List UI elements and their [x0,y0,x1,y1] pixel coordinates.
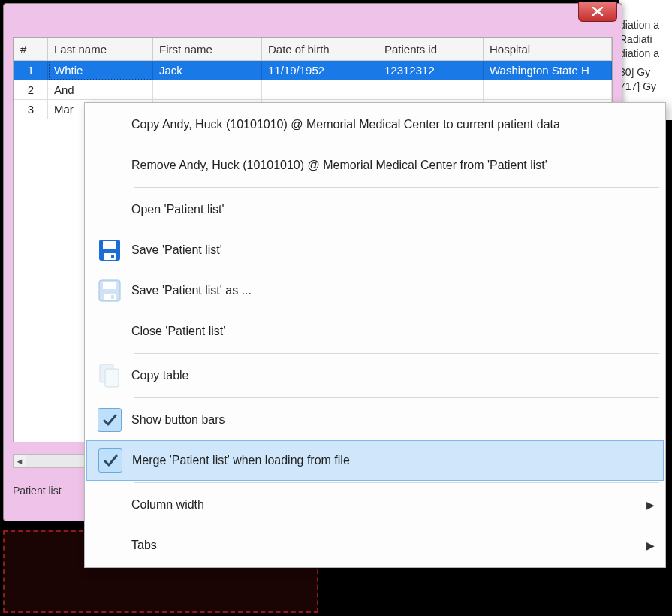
col-header-pid[interactable]: Patients id [378,38,484,61]
svg-rect-9 [105,369,119,387]
table-row[interactable]: 1 Whtie Jack 11/19/1952 12312312 Washing… [14,61,612,80]
cell-pid: 12312312 [378,61,484,80]
close-icon [592,5,604,18]
col-header-first[interactable]: First name [153,38,262,61]
ctx-label: Remove Andy, Huck (10101010) @ Memorial … [131,159,655,172]
checked-icon [88,400,131,440]
ctx-copy-to-current[interactable]: Copy Andy, Huck (10101010) @ Memorial Me… [85,104,665,145]
cell-dob: 11/19/1952 [262,61,378,80]
save-icon [88,230,131,270]
ctx-label: Copy table [131,369,655,382]
col-header-hospital[interactable]: Hospital [484,38,612,61]
bg-text: 717] Gy [619,80,672,94]
col-header-dob[interactable]: Date of birth [262,38,378,61]
table-header-row: # Last name First name Date of birth Pat… [14,38,612,61]
cell-first [153,80,262,100]
scroll-left-icon[interactable]: ◄ [13,454,26,468]
cell-dob [262,80,378,100]
ctx-column-width[interactable]: Column width ▶ [85,485,665,525]
ctx-tabs[interactable]: Tabs ▶ [85,525,665,566]
bg-text: Radiati [619,32,672,47]
ctx-label: Open 'Patient list' [131,203,655,216]
icon-slot [88,145,131,186]
icon-slot [88,104,131,145]
tab-patient-list[interactable]: Patient list [13,485,62,497]
ctx-merge-on-load[interactable]: Merge 'Patient list' when loading from f… [86,440,664,481]
cell-last: And [48,80,153,100]
ctx-separator [134,397,659,398]
cell-hosp [484,80,612,100]
ctx-copy-table[interactable]: Copy table [85,355,665,396]
ctx-separator [134,353,659,354]
cell-hosp: Washington State H [484,61,612,80]
bg-text: 30] Gy [619,65,672,80]
ctx-label: Tabs [131,539,640,552]
ctx-open[interactable]: Open 'Patient list' [85,189,665,230]
close-button[interactable] [578,2,617,22]
cell-pid [378,80,484,100]
table-row[interactable]: 2 And [14,80,612,100]
bg-text: diation a [619,47,672,61]
icon-slot [88,525,131,566]
ctx-label: Merge 'Patient list' when loading from f… [132,454,654,467]
ctx-label: Close 'Patient list' [131,325,655,338]
cell-num: 2 [14,80,48,100]
ctx-label: Save 'Patient list' [131,243,655,257]
col-header-last[interactable]: Last name [48,38,153,61]
col-header-num[interactable]: # [14,38,48,61]
icon-slot [88,189,131,230]
icon-slot [88,311,131,352]
horizontal-scrollbar[interactable]: ◄ [13,454,95,468]
context-menu: Copy Andy, Huck (10101010) @ Memorial Me… [84,102,666,568]
ctx-label: Show button bars [131,413,655,427]
checked-icon [89,441,132,480]
cell-first: Jack [153,61,262,80]
bg-text: diation a [619,18,672,32]
ctx-save[interactable]: Save 'Patient list' [85,230,665,270]
ctx-save-as[interactable]: Save 'Patient list' as ... [85,270,665,311]
save-as-icon [88,270,131,311]
svg-rect-7 [111,295,114,299]
cell-last: Whtie [48,61,153,80]
submenu-arrow-icon: ▶ [646,539,655,551]
cell-num: 3 [14,100,48,119]
svg-rect-1 [103,241,116,249]
ctx-label: Copy Andy, Huck (10101010) @ Memorial Me… [131,118,655,131]
ctx-separator [134,482,659,483]
submenu-arrow-icon: ▶ [646,499,655,511]
icon-slot [88,485,131,525]
ctx-separator [134,187,659,188]
cell-num: 1 [14,61,48,80]
svg-rect-5 [103,282,116,289]
ctx-remove[interactable]: Remove Andy, Huck (10101010) @ Memorial … [85,145,665,186]
svg-rect-3 [111,255,114,258]
ctx-label: Save 'Patient list' as ... [131,284,655,297]
ctx-close[interactable]: Close 'Patient list' [85,311,665,352]
copy-icon [88,355,131,396]
ctx-label: Column width [131,498,640,512]
ctx-show-button-bars[interactable]: Show button bars [85,400,665,440]
